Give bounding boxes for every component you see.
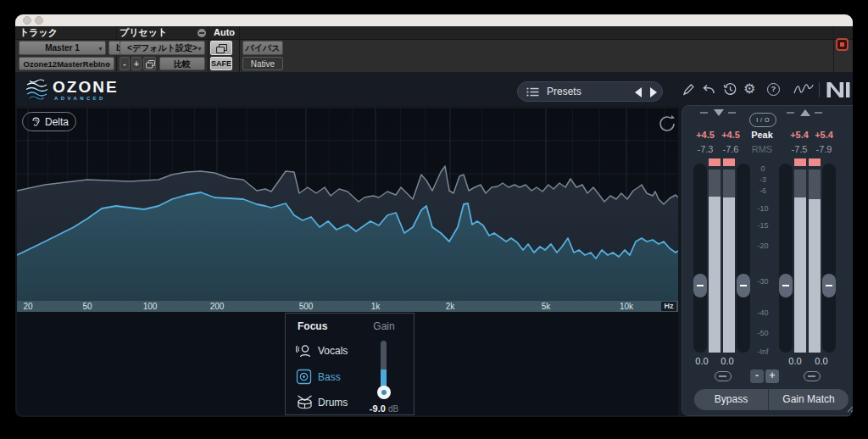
clip-indicator[interactable] xyxy=(723,158,735,166)
freq-axis-label: 500 xyxy=(293,301,319,312)
spectrum-plot xyxy=(17,108,678,301)
input-meter-right xyxy=(723,158,735,353)
input-gain-value-left[interactable]: 0.0 xyxy=(689,356,715,366)
output-gain-fader-left[interactable] xyxy=(779,164,793,353)
output-meter-expand-icon[interactable] xyxy=(800,109,810,116)
scribble-icon[interactable] xyxy=(793,83,814,96)
preset-section-label: プリセット xyxy=(120,26,167,39)
focus-title: Focus xyxy=(298,320,327,332)
freq-axis-label: 10k xyxy=(614,301,639,312)
traffic-light-minimize[interactable] xyxy=(35,16,43,25)
focus-gain-slider-thumb[interactable] xyxy=(377,386,391,399)
meter-scale-label: -40 xyxy=(746,308,780,317)
track-selector[interactable]: Master 1▼ xyxy=(19,41,106,55)
gain-decrease-button[interactable]: - xyxy=(750,370,764,383)
history-icon[interactable] xyxy=(723,82,737,97)
input-gain-value-right[interactable]: 0.0 xyxy=(715,356,740,366)
bass-icon xyxy=(296,369,313,386)
clip-indicator[interactable] xyxy=(794,158,806,166)
meter-scale-label: -20 xyxy=(746,242,780,250)
preset-selector[interactable]: <デフォルト設定>▼ xyxy=(120,41,205,55)
output-rms-right: -7.9 xyxy=(810,144,838,154)
record-button[interactable] xyxy=(836,38,849,51)
refresh-icon[interactable] xyxy=(657,114,677,134)
fader-handle[interactable] xyxy=(693,274,707,297)
fader-handle[interactable] xyxy=(779,274,793,297)
input-rms-right: -7.6 xyxy=(716,144,745,154)
preset-list-icon xyxy=(526,86,539,97)
gain-increase-button[interactable]: + xyxy=(765,370,779,383)
input-gain-fader-left[interactable] xyxy=(693,164,707,353)
input-meter-left xyxy=(709,158,721,353)
focus-item-label: Drums xyxy=(318,397,348,408)
input-meter-collapse-icon[interactable] xyxy=(714,109,724,116)
preset-prev-button[interactable] xyxy=(635,87,642,97)
spectrum-display[interactable] xyxy=(17,108,678,301)
plugin-window: トラック プリセット Auto Master 1▼ b▼ <デフォルト設定>▼ … xyxy=(15,14,853,417)
freq-axis-label: 200 xyxy=(204,301,230,312)
freq-axis-label: 2k xyxy=(437,301,463,312)
resize-grip[interactable] xyxy=(845,403,853,413)
meter-scale-label: 0 xyxy=(746,164,780,173)
output-peak-right: +5.4 xyxy=(810,130,838,140)
output-gain-value-right[interactable]: 0.0 xyxy=(809,356,834,366)
meter-scale-label: -30 xyxy=(746,277,780,286)
presets-browser-button[interactable]: Presets xyxy=(517,81,663,102)
native-button[interactable]: Native xyxy=(242,57,283,70)
preset-copy-button[interactable] xyxy=(143,57,156,70)
freq-axis-label: 100 xyxy=(137,301,163,312)
frequency-axis: Hz 20501002005001k2k5k10k xyxy=(17,301,678,312)
presets-label: Presets xyxy=(547,86,581,97)
safe-button[interactable]: SAFE xyxy=(210,57,232,70)
output-link-button[interactable] xyxy=(804,371,821,381)
focus-gain-label: Gain xyxy=(367,320,401,332)
focus-item-label: Vocals xyxy=(318,345,348,357)
input-link-button[interactable] xyxy=(715,371,732,381)
drums-icon xyxy=(296,394,314,411)
auto-copy-button[interactable] xyxy=(210,41,232,55)
desktop: トラック プリセット Auto Master 1▼ b▼ <デフォルト設定>▼ … xyxy=(0,0,868,439)
axis-unit-badge: Hz xyxy=(661,302,676,311)
meter-scale-label: -15 xyxy=(746,221,780,230)
output-gain-fader-right[interactable] xyxy=(822,164,836,353)
focus-item-vocals[interactable]: Vocals xyxy=(296,342,372,359)
io-button[interactable]: I / O xyxy=(749,113,776,127)
window-titlebar[interactable] xyxy=(15,14,853,26)
peak-label[interactable]: Peak xyxy=(748,130,776,140)
focus-item-bass[interactable]: Bass xyxy=(296,369,372,386)
freq-axis-label: 50 xyxy=(75,301,100,312)
link-icon xyxy=(719,375,726,377)
freq-axis-label: 5k xyxy=(533,301,559,312)
delta-button[interactable]: Delta xyxy=(22,112,76,131)
edit-pencil-icon[interactable] xyxy=(682,83,695,96)
link-icon xyxy=(808,375,815,377)
plugin-selector[interactable]: Ozone12MasterRebInc▼ xyxy=(19,57,114,70)
input-meter-dash xyxy=(728,112,736,114)
meter-scale-label: -Inf xyxy=(746,347,780,356)
preset-next-button[interactable] xyxy=(650,87,657,97)
ozone-logo-text: OZONE xyxy=(53,79,119,95)
clip-indicator[interactable] xyxy=(709,158,721,166)
undo-icon[interactable] xyxy=(702,84,715,95)
freq-axis-label: 1k xyxy=(363,301,388,312)
input-rms-left: -7.3 xyxy=(691,144,720,154)
bypass-button-host[interactable]: バイパス xyxy=(242,41,283,55)
input-peak-left: +4.5 xyxy=(691,130,720,140)
settings-gear-icon[interactable]: ⚙ xyxy=(743,81,755,96)
preset-prev-button-host[interactable]: - xyxy=(120,57,130,70)
host-toolbar: トラック プリセット Auto Master 1▼ b▼ <デフォルト設定>▼ … xyxy=(15,26,853,72)
gain-match-button[interactable]: Gain Match xyxy=(769,389,849,410)
fader-handle[interactable] xyxy=(822,274,836,297)
output-gain-value-left[interactable]: 0.0 xyxy=(782,356,808,366)
bypass-button[interactable]: Bypass xyxy=(694,389,768,410)
focus-item-label: Bass xyxy=(318,371,341,383)
rms-label[interactable]: RMS xyxy=(748,144,776,154)
help-icon[interactable]: ? xyxy=(767,83,780,96)
preset-menu-icon[interactable] xyxy=(198,29,206,37)
vocals-icon xyxy=(296,342,313,359)
compare-button[interactable]: 比較 xyxy=(159,57,205,70)
focus-gain-value: -9.0 dB xyxy=(359,403,409,414)
clip-indicator[interactable] xyxy=(809,158,821,166)
preset-next-button-host[interactable]: + xyxy=(131,57,142,70)
traffic-light-close[interactable] xyxy=(23,16,31,25)
